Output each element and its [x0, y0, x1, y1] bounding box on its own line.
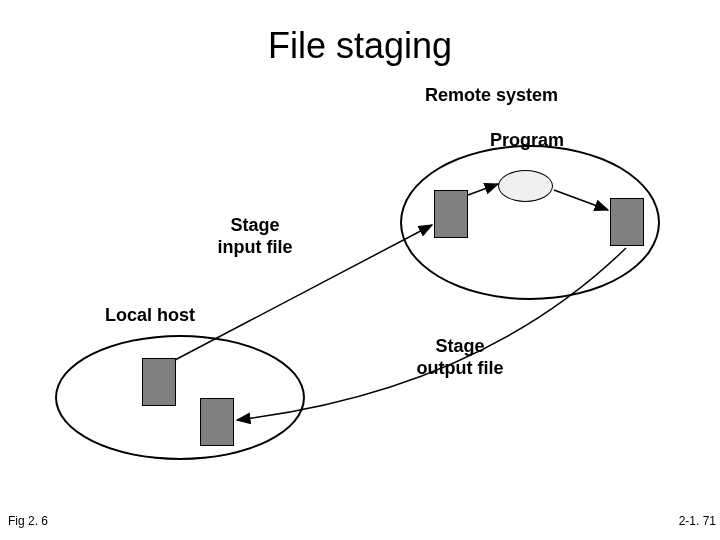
remote-output-rect: [610, 198, 644, 246]
remote-system-label: Remote system: [425, 85, 558, 107]
page-number: 2-1. 71: [679, 514, 716, 528]
stage-input-label: Stage input file: [210, 215, 300, 258]
stage-output-label: Stage output file: [410, 336, 510, 379]
local-input-rect: [142, 358, 176, 406]
program-node: [498, 170, 553, 202]
local-output-rect: [200, 398, 234, 446]
figure-number: Fig 2. 6: [8, 514, 48, 528]
remote-input-rect: [434, 190, 468, 238]
local-host-label: Local host: [105, 305, 195, 327]
program-label: Program: [490, 130, 564, 152]
local-host-ellipse: [55, 335, 305, 460]
page-title: File staging: [268, 25, 452, 67]
